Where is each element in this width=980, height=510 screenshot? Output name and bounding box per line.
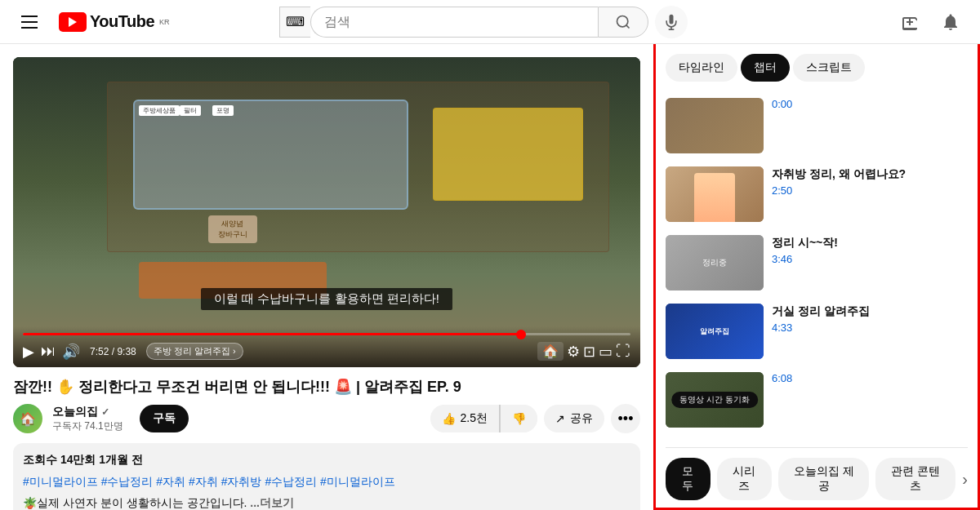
- chapter-info-4: 거실 정리 알려주집 4:33: [772, 304, 968, 359]
- subtitle-overlay: 이럴 때 수납바구니를 활용하면 편리하다!: [13, 288, 640, 310]
- miniplayer-button[interactable]: ⊡: [583, 343, 595, 361]
- youtube-logo-icon: [59, 12, 87, 32]
- controls-row: ▶ ⏭ 🔊 7:52 / 9:38 주방 정리 알려주집 › 🏠 ⚙ ⊡ ▭ ⛶: [23, 342, 630, 361]
- time-display: 7:52 / 9:38: [90, 346, 136, 357]
- main-content: 주방세상품 필터 포명 새양념장바구니 이럴 때 수납바구니를 활용하면 편리하…: [0, 44, 980, 510]
- verified-badge: ✓: [101, 406, 109, 418]
- desc-text: 🪴실제 사연자 분이 생활하시는 공간입니다. ...더보기: [23, 496, 630, 510]
- chapter-title-4: 거실 정리 알려주집: [772, 304, 968, 318]
- chapter-item-4[interactable]: 알려주집 거실 정리 알려주집 4:33: [666, 297, 968, 366]
- channel-row: 🏠 오늘의집 ✓ 구독자 74.1만명 구독 👍 2.5천 👎: [13, 404, 640, 433]
- like-group: 👍 2.5천 👎: [430, 405, 537, 432]
- chapters-panel: 타임라인 챕터 스크립트 0:00 자취방 정리, 왜 어렵나요? 2:50: [653, 44, 980, 510]
- keyboard-button[interactable]: ⌨: [279, 7, 310, 38]
- chapter-time-4: 4:33: [772, 322, 968, 334]
- play-button[interactable]: ▶: [23, 343, 34, 361]
- video-controls: ▶ ⏭ 🔊 7:52 / 9:38 주방 정리 알려주집 › 🏠 ⚙ ⊡ ▭ ⛶: [13, 326, 640, 367]
- chapter-thumb-4: 알려주집: [666, 304, 764, 359]
- search-input[interactable]: [310, 7, 598, 38]
- video-background: 주방세상품 필터 포명 새양념장바구니: [13, 57, 640, 367]
- subtitle-text: 이럴 때 수납바구니를 활용하면 편리하다!: [201, 288, 452, 310]
- rec-tab-all[interactable]: 모두: [666, 458, 710, 500]
- search-button[interactable]: [598, 7, 648, 38]
- mic-button[interactable]: [655, 6, 688, 38]
- search-bar: ⌨: [279, 6, 688, 38]
- like-button[interactable]: 👍 2.5천: [430, 405, 500, 432]
- theater-button[interactable]: ▭: [599, 343, 612, 361]
- more-button[interactable]: ...더보기: [250, 496, 294, 509]
- chapter-title-3: 정리 시~~작!: [772, 235, 968, 250]
- tab-timeline[interactable]: 타임라인: [666, 54, 737, 82]
- right-controls: 🏠 ⚙ ⊡ ▭ ⛶: [537, 342, 630, 361]
- logo-text: YouTube: [90, 12, 154, 31]
- upload-time: 1개월 전: [99, 453, 143, 466]
- notifications-button[interactable]: [934, 6, 967, 38]
- progress-fill: [23, 333, 521, 335]
- rec-tab-related[interactable]: 관련 콘텐츠: [875, 458, 956, 500]
- chapter-thumb-5: 동영상 시간 동기화: [666, 372, 764, 428]
- tab-chapters[interactable]: 챕터: [741, 54, 790, 82]
- more-options-button[interactable]: •••: [611, 404, 640, 433]
- logo-kr: KR: [159, 18, 170, 26]
- video-description: 조회수 14만회 1개월 전 #미니멀라이프 #수납정리 #자취 #자취 #자취…: [13, 443, 640, 510]
- chapter-thumb-3: 정리중: [666, 235, 764, 290]
- like-icon: 👍: [442, 412, 456, 425]
- header-right: [895, 6, 967, 38]
- chapter-thumb-1: [666, 98, 764, 153]
- fullscreen-button[interactable]: ⛶: [616, 343, 630, 360]
- hamburger-button[interactable]: [13, 6, 46, 38]
- chapter-time-5: 6:08: [772, 372, 968, 384]
- chapter-item-1[interactable]: 0:00: [666, 91, 968, 160]
- rec-tabs: 모두 시리즈 오늘의집 제공 관련 콘텐츠 ›: [666, 447, 968, 500]
- chapter-item-5[interactable]: 동영상 시간 동기화 6:08: [666, 366, 968, 434]
- chapter-time-1: 0:00: [772, 98, 968, 110]
- header-left: YouTubeKR: [13, 6, 170, 38]
- chapter-label-text: 주방 정리 알려주집 ›: [154, 345, 236, 357]
- dislike-button[interactable]: 👎: [500, 405, 537, 432]
- action-row: 👍 2.5천 👎 ↗ 공유 •••: [430, 404, 640, 433]
- subscribe-button[interactable]: 구독: [140, 405, 189, 432]
- svg-point-0: [617, 16, 628, 26]
- home-icon-button[interactable]: 🏠: [537, 342, 564, 361]
- desc-meta: 조회수 14만회 1개월 전: [23, 453, 630, 468]
- skip-button[interactable]: ⏭: [41, 343, 56, 360]
- desc-tags[interactable]: #미니멀라이프 #수납정리 #자취 #자취 #자취방 #수납정리 #미니멀라이프: [23, 472, 630, 490]
- tab-script[interactable]: 스크립트: [793, 54, 865, 82]
- chapter-time-2: 2:50: [772, 184, 968, 197]
- sync-badge: 동영상 시간 동기화: [671, 392, 758, 408]
- tabs-row: 타임라인 챕터 스크립트: [666, 54, 968, 82]
- chapter-info-1: 0:00: [772, 98, 968, 153]
- rec-tab-provided[interactable]: 오늘의집 제공: [778, 458, 869, 500]
- chapter-time-3: 3:46: [772, 253, 968, 265]
- share-button[interactable]: ↗ 공유: [544, 405, 604, 432]
- chapter-label[interactable]: 주방 정리 알려주집 ›: [146, 343, 243, 360]
- chapter-info-3: 정리 시~~작! 3:46: [772, 235, 968, 290]
- progress-bar[interactable]: [23, 333, 630, 335]
- view-count: 조회수 14만회: [23, 453, 96, 466]
- header: YouTubeKR ⌨: [0, 0, 980, 44]
- video-section: 주방세상품 필터 포명 새양념장바구니 이럴 때 수납바구니를 활용하면 편리하…: [0, 44, 653, 510]
- like-count: 2.5천: [461, 411, 488, 426]
- channel-info: 오늘의집 ✓ 구독자 74.1만명: [52, 405, 123, 433]
- svg-line-1: [626, 24, 630, 28]
- rec-next-button[interactable]: ›: [962, 470, 968, 489]
- share-icon: ↗: [555, 412, 565, 425]
- chapter-info-2: 자취방 정리, 왜 어렵나요? 2:50: [772, 166, 968, 222]
- logo-link[interactable]: YouTubeKR: [59, 12, 170, 32]
- video-player[interactable]: 주방세상품 필터 포명 새양념장바구니 이럴 때 수납바구니를 활용하면 편리하…: [13, 57, 640, 367]
- create-button[interactable]: [895, 6, 928, 38]
- rec-tab-series[interactable]: 시리즈: [717, 458, 773, 500]
- share-label: 공유: [570, 411, 593, 426]
- volume-button[interactable]: 🔊: [62, 343, 80, 361]
- subscriber-count: 구독자 74.1만명: [52, 419, 123, 433]
- settings-button[interactable]: ⚙: [567, 343, 580, 361]
- channel-name: 오늘의집 ✓: [52, 405, 123, 419]
- hamburger-icon: [15, 9, 44, 35]
- chapter-info-5: 6:08: [772, 372, 968, 428]
- chapter-item-2[interactable]: 자취방 정리, 왜 어렵나요? 2:50: [666, 160, 968, 228]
- chapter-item-3[interactable]: 정리중 정리 시~~작! 3:46: [666, 228, 968, 297]
- video-title: 잠깐!! ✋ 정리한다고 무조건 버리면 안 됩니다!!! 🚨 | 알려주집 E…: [13, 377, 640, 397]
- chapter-thumb-2: [666, 166, 764, 222]
- channel-avatar: 🏠: [13, 404, 42, 433]
- chapter-title-2: 자취방 정리, 왜 어렵나요?: [772, 166, 968, 181]
